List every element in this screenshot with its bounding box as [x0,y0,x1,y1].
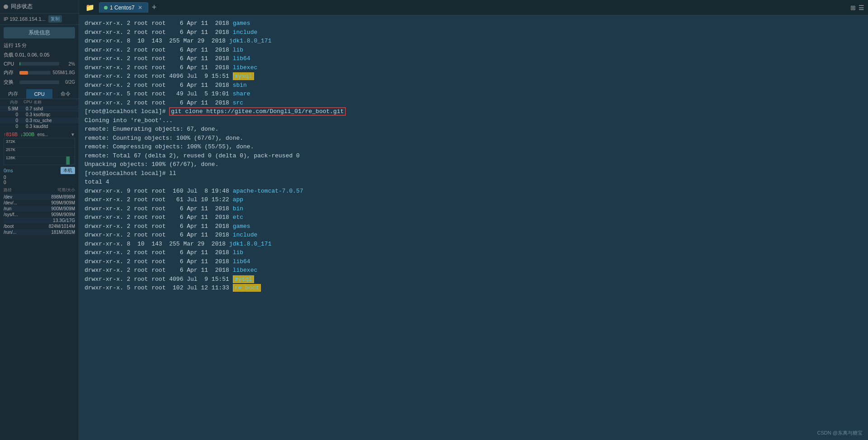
copy-button[interactable]: 复制 [48,15,62,23]
terminal-highlight-mysql: mysql [233,72,254,80]
terminal-line: drwxr-xr-x. 2 root root 6 Apr 11 2018 sb… [85,81,863,90]
net-expand[interactable]: ▼ [71,132,75,137]
cpu-progress-bg [19,62,59,66]
terminal-line: drwxr-xr-x. 2 root root 6 Apr 11 2018 li… [85,248,863,257]
terminal-content[interactable]: drwxr-xr-x. 2 root root 6 Apr 11 2018 ga… [79,15,868,440]
tab-right-icons: ⊞ ☰ [850,4,864,11]
terminal-line: drwxr-xr-x. 2 root root 6 Apr 11 2018 sr… [85,99,863,108]
tab-close-button[interactable]: ✕ [137,5,143,11]
terminal-line: drwxr-xr-x. 2 root root 6 Apr 11 2018 in… [85,231,863,240]
net-up: ↑816B [4,132,18,137]
cpu-progress-fill [19,62,20,66]
list-icon-button[interactable]: ☰ [859,4,864,11]
terminal-line: remote: Enumerating objects: 67, done. [85,125,863,134]
disk-row: /run/... 181M/181M [4,229,75,235]
terminal-line: drwxr-xr-x. 5 root root 102 Jul 12 11:33… [85,284,863,293]
terminal-line: total 4 [85,178,863,187]
terminal-line-git-clone: [root@localhost local]# git clone https:… [85,107,863,116]
terminal-tab-centos[interactable]: 1 Centos7 ✕ [99,2,148,13]
svg-rect-3 [66,156,70,165]
terminal-link: share [233,90,250,97]
terminal-link: apache-tomcat-7.0.57 [233,188,303,194]
terminal-line: drwxr-xr-x. 2 root root 6 Apr 11 2018 ga… [85,19,863,28]
terminal-line: drwxr-xr-x. 2 root root 6 Apr 11 2018 li… [85,63,863,72]
sync-status-row: 同步状态 [0,0,79,14]
cpu-label: CPU [4,61,17,66]
grid-icon-button[interactable]: ⊞ [850,4,856,11]
disk-row: /boot 824M/1014M [4,223,75,229]
cpu-value: 2% [61,62,75,66]
terminal-line: Unpacking objects: 100% (67/67), done. [85,160,863,169]
disk-row: /dev 898M/898M [4,194,75,200]
terminal-line: drwxr-xr-x. 2 root root 6 Apr 11 2018 li… [85,257,863,266]
disk-row: /dev/... 909M/909M [4,200,75,206]
tab-mem[interactable]: 内存 [0,89,26,99]
terminal-tab-bar: 📁 1 Centos7 ✕ + ⊞ ☰ [79,0,868,15]
folder-icon[interactable]: 📁 [83,3,97,12]
terminal-git-clone-cmd: git clone https://gitee.com/Dongli_01/re… [169,107,345,116]
net-name: ens... [37,132,48,137]
terminal-line: drwxr-xr-x. 2 root root 6 Apr 11 2018 li… [85,266,863,275]
terminal-line: Cloning into 're_boot'... [85,116,863,125]
terminal-highlight-mysql2: mysql [233,275,254,283]
terminal-link: libexec [233,267,258,274]
terminal-line: drwxr-xr-x. 5 root root 49 Jul 5 19:01 s… [85,90,863,99]
terminal-link: app [233,196,243,203]
terminal-link: lib [233,47,243,53]
ping-value: 0ms [4,168,13,173]
ping-detail-1: 0 [4,180,75,185]
table-row: 0 0.3 ksoftirqc [0,112,79,118]
terminal-line: remote: Compressing objects: 100% (55/55… [85,142,863,151]
tab-label: 1 Centos7 [110,5,135,11]
tab-active-dot [104,6,108,9]
disk-row: /run 900M/909M [4,206,75,212]
sys-info-button[interactable]: 系统信息 [4,27,75,38]
terminal-line: drwxr-xr-x. 2 root root 4096 Jul 9 15:51… [85,72,863,81]
terminal-line: drwxr-xr-x. 2 root root 6 Apr 11 2018 li… [85,54,863,63]
tab-cpu[interactable]: CPU [26,89,52,99]
terminal-link: bin [233,205,243,212]
ping-detail-0: 0 [4,175,75,180]
table-row: 0 0.3 rcu_sche [0,118,79,123]
terminal-line: drwxr-xr-x. 2 root root 6 Apr 11 2018 li… [85,46,863,55]
terminal-line: drwxr-xr-x. 8 10 143 255 Mar 29 2018 jdk… [85,240,863,249]
ping-row: 0ms 本机 [0,165,79,174]
terminal-line: drwxr-xr-x. 9 root root 160 Jul 8 19:48 … [85,187,863,196]
terminal-line: drwxr-xr-x. 2 root root 4096 Jul 9 15:51… [85,275,863,284]
mem-detail: 505M/1.8G [53,70,75,75]
add-tab-button[interactable]: + [150,3,159,12]
terminal-link: include [233,29,258,36]
net-down: ↓300B [20,132,34,137]
terminal-link: lib [233,249,243,256]
mem-label: 内存 [4,69,17,76]
uptime-row: 运行 15 分 [0,41,79,50]
swap-progress-bg [19,80,59,84]
terminal-link: games [233,223,250,230]
table-row: 5.9M 0.7 sshd [0,106,79,112]
terminal-link: sbin [233,82,247,89]
sidebar: 同步状态 IP 192.168.154.1... 复制 系统信息 运行 15 分… [0,0,79,440]
disk-section: 路径 可用/大小 /dev 898M/898M /dev/... 909M/90… [0,185,79,237]
terminal-line: drwxr-xr-x. 2 root root 6 Apr 11 2018 ga… [85,222,863,231]
terminal-line: drwxr-xr-x. 2 root root 61 Jul 10 15:22 … [85,195,863,204]
tab-cmd[interactable]: 命令 [52,89,79,99]
terminal-link: jdk1.8.0_171 [229,241,272,247]
swap-detail: 0/2G [61,80,75,85]
watermark: CSDN @东离与糖宝 [817,430,863,436]
swap-resource-row: 交换 0/2G [0,77,79,87]
terminal-link: include [233,232,258,238]
disk-row: /sys/f... 909M/909M [4,212,75,218]
cpu-resource-row: CPU 2% [0,60,79,68]
terminal-link: src [233,99,243,106]
terminal-line: drwxr-xr-x. 2 root root 6 Apr 11 2018 bi… [85,204,863,213]
load-row: 负载 0.01, 0.06, 0.05 [0,50,79,60]
local-button[interactable]: 本机 [61,167,75,174]
ip-label: IP 192.168.154.1... [4,16,46,22]
mem-progress-bg [19,71,51,75]
sync-label: 同步状态 [11,3,33,10]
terminal-link: etc [233,214,243,221]
terminal-link: libexec [233,64,258,71]
net-graph-label-128: 128K [6,156,15,160]
mem-progress-fill [19,71,28,75]
terminal-line: [root@localhost local]# ll [85,169,863,178]
